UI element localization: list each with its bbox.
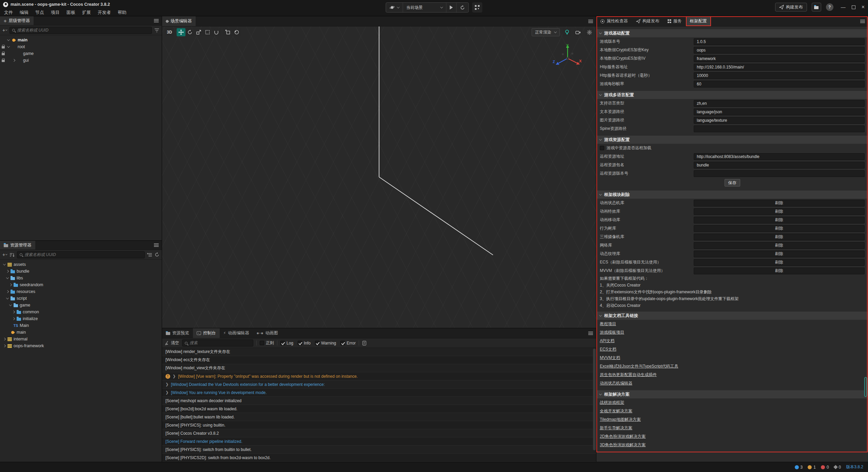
section-header[interactable]: 游戏资源配置 — [596, 136, 868, 144]
log-row[interactable]: [Scene] Forward render pipeline initiali… — [162, 437, 596, 446]
chevron-down-icon[interactable] — [599, 93, 602, 96]
chevron-right-icon[interactable] — [3, 345, 6, 347]
doc-link[interactable]: ECS文档 — [600, 347, 616, 352]
chevron-right-icon[interactable] — [6, 270, 9, 273]
tab-framework-config[interactable]: 框架配置 — [686, 16, 711, 26]
property-input[interactable]: http://localhost:8083/assets/bundle — [694, 153, 865, 160]
chevron-down-icon[interactable] — [9, 303, 12, 306]
hierarchy-node-root[interactable]: root — [0, 43, 162, 50]
doc-link[interactable]: MVVM文档 — [600, 355, 620, 361]
property-input[interactable]: 10000 — [694, 72, 865, 79]
doc-link[interactable]: 动画状态机编辑器 — [600, 380, 632, 386]
asset-node-internal[interactable]: internal — [0, 336, 162, 342]
info-count[interactable]: 3 — [795, 465, 803, 470]
asset-node-initialize[interactable]: initialize — [0, 315, 162, 322]
remove-module-button[interactable]: 剔除 — [694, 251, 865, 257]
chevron-right-icon[interactable] — [12, 311, 15, 313]
property-input[interactable]: http://192.168.0.150/main/ — [694, 64, 865, 71]
doc-link[interactable]: Excel格式转Json文件与TypeScript代码工具 — [600, 363, 678, 369]
rotate-tool-button[interactable] — [185, 28, 194, 36]
solution-link[interactable]: 新手引导解决方案 — [600, 425, 632, 431]
menu-item[interactable]: 项目 — [47, 9, 63, 16]
asset-node-bundle[interactable]: bundle — [0, 268, 162, 275]
tab-scene-editor[interactable]: 场景编辑器 — [162, 16, 196, 26]
chevron-down-icon[interactable] — [6, 276, 9, 279]
remove-module-button[interactable]: 剔除 — [694, 208, 865, 215]
restore-button[interactable] — [852, 5, 855, 9]
panel-menu-icon[interactable] — [588, 332, 593, 335]
save-button[interactable]: 保存 — [725, 179, 740, 186]
chevron-right-icon[interactable] — [13, 59, 15, 62]
filter-log[interactable]: Log — [280, 341, 293, 346]
section-header[interactable]: 框架解决方案 — [596, 390, 868, 398]
tab-preview[interactable]: 资源预览 — [162, 328, 193, 338]
scale-tool-button[interactable] — [194, 28, 203, 36]
log-row[interactable]: [Scene] [PHYSICS]: using builtin. — [162, 421, 596, 429]
property-input[interactable]: zh,en — [694, 100, 865, 107]
panel-menu-icon[interactable] — [154, 19, 159, 22]
doc-link[interactable]: 教程项目 — [600, 321, 616, 327]
asset-node-libs[interactable]: libs — [0, 275, 162, 281]
asset-node-script[interactable]: script — [0, 295, 162, 302]
chevron-right-icon[interactable] — [9, 283, 12, 286]
log-row[interactable]: [Window] model_view文件夹存在 — [162, 364, 596, 372]
scene-viewport[interactable]: 3D — [162, 26, 596, 328]
doc-link[interactable]: 游戏模板项目 — [600, 330, 624, 335]
filter-error[interactable]: Error — [340, 341, 356, 346]
scene-select-dropdown[interactable]: 当前场景 — [403, 3, 447, 12]
scene-settings-button[interactable] — [585, 28, 593, 36]
remove-module-button[interactable]: 剔除 — [694, 217, 865, 223]
menu-item[interactable]: 文件 — [1, 9, 16, 16]
solution-link[interactable]: 2D角色扮演游戏解决方案 — [600, 434, 646, 439]
restart-button[interactable] — [457, 3, 469, 12]
log-row[interactable]: [Scene] [box2d]:box2d wasm lib loaded. — [162, 405, 596, 413]
solution-link[interactable]: 3D角色扮演游戏解决方案 — [600, 442, 646, 448]
log-row[interactable]: !❯[Window] [Vue warn]: Property "onInput… — [162, 372, 596, 380]
menu-item[interactable]: 面板 — [63, 9, 79, 16]
console-search-input[interactable]: 搜索 — [182, 339, 253, 347]
chevron-down-icon[interactable] — [599, 193, 602, 195]
tab-inspector[interactable]: 属性检查器 — [596, 16, 632, 26]
property-input[interactable] — [694, 170, 865, 177]
panel-menu-icon[interactable] — [860, 20, 865, 23]
expand-icon[interactable]: ❯ — [173, 374, 176, 378]
solution-link[interactable]: 战棋游戏框架 — [600, 400, 624, 406]
menu-item[interactable]: 帮助 — [114, 9, 130, 16]
property-input[interactable]: oops — [694, 47, 865, 54]
menu-item[interactable]: 编辑 — [16, 9, 32, 16]
log-row[interactable]: [Scene] [bullet]:bullet wasm lib loaded. — [162, 413, 596, 421]
inspector-scrollbar-thumb[interactable] — [864, 377, 867, 397]
filter-info[interactable]: Info — [298, 341, 311, 346]
doc-link[interactable]: API文档 — [600, 338, 614, 344]
preview-platform-dropdown[interactable] — [386, 3, 403, 12]
chevron-down-icon[interactable] — [3, 262, 6, 265]
hierarchy-search-input[interactable]: 搜索名称或 UUID — [9, 27, 152, 34]
create-asset-button[interactable]: + — [2, 252, 7, 257]
section-header[interactable]: 游戏多语言配置 — [596, 91, 868, 99]
move-tool-button[interactable] — [177, 28, 185, 36]
filter-icon[interactable] — [154, 28, 159, 33]
property-input[interactable]: language/texture — [694, 117, 865, 124]
asset-node-oops-framework[interactable]: oops-framework — [0, 342, 162, 349]
chevron-right-icon[interactable] — [12, 317, 15, 320]
asset-node-game[interactable]: game — [0, 302, 162, 309]
remove-module-button[interactable]: 剔除 — [694, 234, 865, 240]
remove-module-button[interactable]: 剔除 — [694, 268, 865, 274]
remove-module-button[interactable]: 剔除 — [694, 225, 865, 232]
hierarchy-node-main[interactable]: main — [0, 37, 162, 43]
hierarchy-node-game[interactable]: game — [0, 50, 162, 57]
assets-search-input[interactable]: 搜索名称或 UUID — [17, 251, 145, 258]
projection-3d-button[interactable]: 3D — [165, 28, 174, 36]
chevron-right-icon[interactable] — [3, 338, 6, 340]
asset-node-seedrandom[interactable]: seedrandom — [0, 281, 162, 288]
tab-hierarchy[interactable]: ◈ 层级管理器 — [0, 16, 34, 25]
log-row[interactable]: ❯[Window] Download the Vue Devtools exte… — [162, 380, 596, 389]
tab-service[interactable]: 服务 — [664, 16, 686, 26]
tab-anim-graph[interactable]: ◉─◉动画图 — [253, 328, 282, 338]
sort-icon[interactable] — [9, 253, 15, 257]
remove-module-button[interactable]: 剔除 — [694, 200, 865, 206]
asset-node-main[interactable]: main — [0, 329, 162, 336]
doc-link[interactable]: 原生包热更新配置自动生成插件 — [600, 372, 657, 378]
asset-node-Main[interactable]: TSMain — [0, 322, 162, 329]
create-node-button[interactable]: + — [2, 27, 7, 33]
